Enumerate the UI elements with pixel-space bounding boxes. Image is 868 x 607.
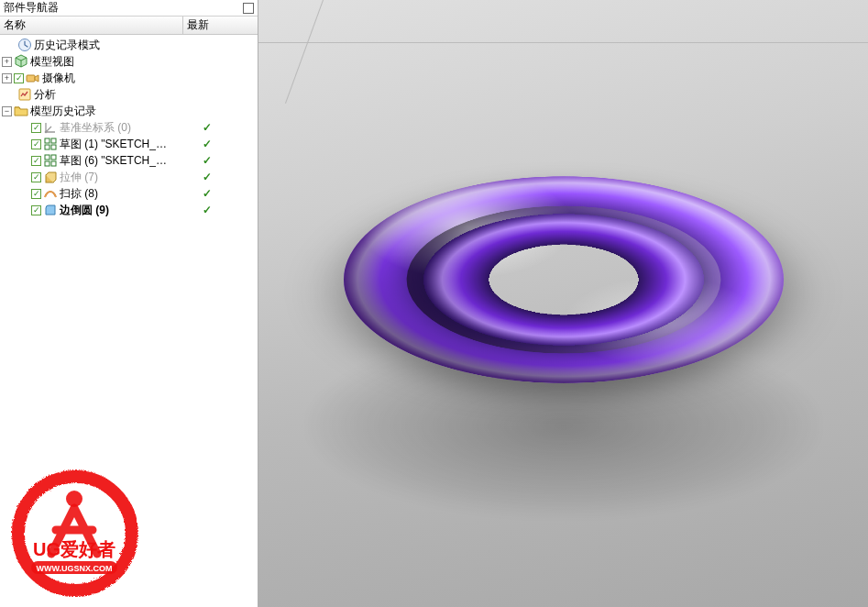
sweep-icon: [43, 186, 58, 201]
tree-item-model-view[interactable]: + 模型视图: [0, 53, 258, 70]
tree-item-label: 分析: [34, 87, 56, 103]
tree-item-label: 基准坐标系 (0): [60, 120, 131, 136]
column-header-name[interactable]: 名称: [0, 17, 183, 34]
tree-item-label: 扫掠 (8): [60, 186, 98, 202]
part-navigator-panel: 部件导航器 名称 最新 历史记录模式 + 模型视图 + ✓: [0, 0, 258, 607]
tree-item-sketch6[interactable]: ✓ 草图 (6) "SKETCH_… ✓: [0, 152, 258, 169]
sketch-icon: [43, 137, 58, 151]
svg-rect-10: [45, 161, 49, 166]
camera-icon: [26, 71, 40, 85]
panel-close-button[interactable]: [243, 3, 254, 14]
latest-check-icon: ✓: [203, 204, 258, 216]
tree-item-camera[interactable]: + ✓ 摄像机: [0, 70, 258, 86]
svg-rect-1: [27, 75, 35, 82]
checkbox-icon[interactable]: ✓: [14, 73, 24, 83]
tree-item-label: 边倒圆 (9): [60, 203, 109, 218]
edge-blend-icon: [43, 203, 58, 217]
analysis-icon: [17, 87, 32, 102]
tree-item-model-history[interactable]: − 模型历史记录: [0, 103, 258, 119]
svg-rect-5: [51, 145, 56, 149]
svg-rect-4: [45, 138, 49, 143]
tree-item-datum[interactable]: ✓ 基准坐标系 (0) ✓: [0, 119, 258, 136]
expand-icon[interactable]: +: [2, 57, 12, 67]
panel-title: 部件导航器: [4, 0, 59, 16]
checkbox-icon[interactable]: ✓: [31, 205, 41, 215]
tree-item-label: 草图 (1) "SKETCH_…: [60, 137, 167, 152]
grid-line: [285, 0, 324, 104]
expand-icon[interactable]: +: [2, 73, 12, 83]
tree-item-extrude[interactable]: ✓ 拉伸 (7) ✓: [0, 169, 258, 185]
svg-rect-9: [51, 161, 56, 166]
grid-line: [258, 42, 868, 43]
logo-text-2: WWW.UGSNX.COM: [37, 564, 113, 573]
tree-item-edge-blend[interactable]: ✓ 边倒圆 (9) ✓: [0, 202, 258, 218]
tree-item-label: 草图 (6) "SKETCH_…: [60, 153, 167, 169]
svg-rect-8: [45, 155, 49, 160]
3d-model[interactable]: [344, 176, 784, 382]
checkbox-icon[interactable]: ✓: [31, 172, 41, 182]
checkbox-icon[interactable]: ✓: [31, 123, 41, 133]
svg-rect-7: [51, 138, 56, 143]
svg-rect-6: [45, 145, 49, 149]
svg-point-3: [45, 131, 48, 134]
tree-item-label: 历史记录模式: [34, 38, 100, 53]
svg-rect-11: [51, 155, 56, 160]
clock-icon: [17, 38, 32, 52]
checkbox-icon[interactable]: ✓: [31, 189, 41, 199]
extrude-icon: [43, 170, 58, 184]
tree-item-analysis[interactable]: 分析: [0, 86, 258, 103]
column-header-latest[interactable]: 最新: [183, 17, 258, 34]
latest-check-icon: ✓: [203, 187, 258, 200]
latest-check-icon: ✓: [203, 138, 258, 150]
datum-csys-icon: [43, 120, 58, 135]
latest-check-icon: ✓: [203, 121, 258, 134]
tree-item-label: 拉伸 (7): [60, 170, 98, 185]
folder-icon: [14, 104, 28, 118]
tree-header: 名称 最新: [0, 17, 258, 35]
panel-title-bar: 部件导航器: [0, 0, 258, 17]
tree-item-sketch1[interactable]: ✓ 草图 (1) "SKETCH_… ✓: [0, 136, 258, 152]
latest-check-icon: ✓: [203, 154, 258, 167]
collapse-icon[interactable]: −: [2, 106, 12, 116]
tree-item-sweep[interactable]: ✓ 扫掠 (8) ✓: [0, 185, 258, 202]
expander-placeholder: [5, 40, 16, 50]
logo-text-1: UG爱好者: [33, 539, 115, 559]
tree-item-label: 模型历史记录: [30, 104, 96, 119]
tree-item-label: 摄像机: [42, 71, 75, 86]
3d-viewport[interactable]: [258, 0, 868, 607]
checkbox-icon[interactable]: ✓: [31, 156, 41, 166]
tree-item-label: 模型视图: [30, 54, 74, 70]
cube-icon: [14, 54, 28, 69]
sketch-icon: [43, 153, 58, 168]
tree-item-history-mode[interactable]: 历史记录模式: [0, 37, 258, 53]
checkbox-icon[interactable]: ✓: [31, 139, 41, 149]
latest-check-icon: ✓: [203, 171, 258, 183]
watermark-logo: UG爱好者 WWW.UGSNX.COM: [5, 464, 143, 601]
